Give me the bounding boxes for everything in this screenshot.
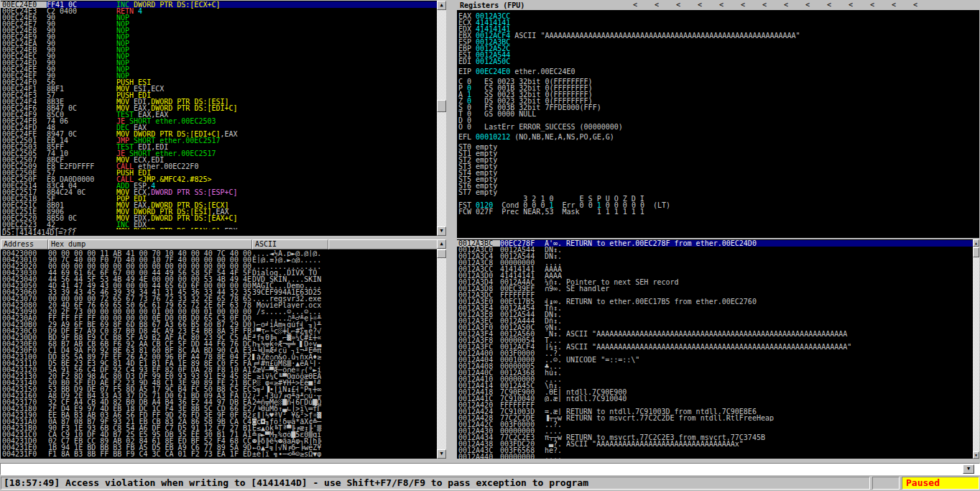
register-line[interactable]: ESI 0012A544 bbox=[458, 52, 979, 58]
hexdump-row[interactable]: 004231B090 F3 1E 93 6B C8 54 A6 DF C7 D5… bbox=[1, 425, 437, 431]
pane-mode-button[interactable]: < bbox=[849, 1, 870, 10]
stack-scrollbar[interactable]: ▲ ▼ bbox=[973, 239, 979, 459]
scrollbar-thumb[interactable] bbox=[973, 247, 979, 257]
disasm-row[interactable]: 00EC24F68B47 0CMOV EAX,DWORD PTR DS:[EDI… bbox=[1, 105, 437, 111]
pane-mode-button[interactable]: < bbox=[784, 1, 805, 10]
disasm-row[interactable]: 00EC250574 10JE SHORT ether.00EC2517 bbox=[1, 150, 437, 157]
disasm-row[interactable]: 00EC24E0FF41 0CINC DWORD PTR DS:[ECX+C] bbox=[1, 1, 437, 8]
pane-mode-button[interactable]: < bbox=[892, 1, 913, 10]
pane-mode-button[interactable]: < bbox=[676, 1, 698, 10]
pane-mode-button[interactable]: < bbox=[827, 1, 849, 10]
hexdump-row[interactable]: 0042314050 B0 5F ED AE F2 23 9D 48 C1 3E… bbox=[1, 380, 437, 386]
disasm-row[interactable]: 00EC24E990NOP bbox=[1, 34, 437, 40]
hexdump-row[interactable]: 004231D002 C7 EB CC 89 AB 02 84 61 8E ED… bbox=[1, 438, 437, 444]
disasm-row[interactable]: 00EC24E690NOP bbox=[1, 14, 437, 21]
register-line[interactable]: EFL 00010212 (NO,NB,NE,A,NS,PO,GE,G) bbox=[458, 134, 979, 140]
disasm-row[interactable]: 00EC25208B50 0CMOV EDX,DWORD PTR DS:[EAX… bbox=[1, 215, 437, 221]
register-line[interactable]: ST2 empty bbox=[458, 157, 979, 163]
pane-mode-button[interactable]: < bbox=[741, 1, 762, 10]
register-line[interactable]: EIP 00EC24E0 ether.00EC24E0 bbox=[458, 68, 979, 75]
hexdump-row[interactable]: 004231205A 91 56 C4 DF 92 C4 93 EF 82 0F… bbox=[1, 367, 437, 373]
hexdump-row[interactable]: 004230E068 B7 AB CB 6B F6 92 AA CB CF 5F… bbox=[1, 341, 437, 347]
register-line[interactable]: S 0 FS 003B 32bit 7FFDE000(FFF) bbox=[458, 104, 979, 111]
registers-pane[interactable]: Registers (FPU) <<<<<<<<<<<<<< EAX 0012A… bbox=[457, 1, 979, 238]
disasm-row[interactable]: 00EC25078BCFMOV ECX,EDI bbox=[1, 157, 437, 163]
register-line[interactable]: EDI 0012A50C bbox=[458, 58, 979, 65]
hexdump-row[interactable]: 004231C0CA C9 10 DF 4D B7 25 E5 95 DB 35… bbox=[1, 431, 437, 438]
register-line[interactable]: EAX 0012A3CC bbox=[458, 13, 979, 19]
command-input[interactable] bbox=[2, 464, 958, 474]
register-line[interactable]: O 0 LastErr ERROR_SUCCESS (00000000) bbox=[458, 124, 979, 130]
disassembly-scrollbar[interactable]: ▲ ▼ bbox=[437, 1, 446, 236]
register-line[interactable]: ST0 empty bbox=[458, 144, 979, 150]
disasm-row[interactable]: 00EC24FB74 06JE SHORT ether.00EC2503 bbox=[1, 118, 437, 124]
hexdump-row[interactable]: 004230504D 41 47 49 43 00 00 00 44 65 6D… bbox=[1, 283, 437, 289]
hexdump-row[interactable]: 0042317032 CF A4 CB 4D 82 B0 DB A4 B4 36… bbox=[1, 399, 437, 405]
scroll-down-icon[interactable]: ▼ bbox=[437, 226, 446, 236]
register-line[interactable]: ECX 41414141 bbox=[458, 19, 979, 26]
hexdump-row[interactable]: 0042313020 F2 8D 98 AC 80 D3 DF 99 E0 93… bbox=[1, 373, 437, 380]
hexdump-row[interactable]: 004231F0F1 8A B3 8B FF BB F9 C4 3C CA 01… bbox=[1, 451, 437, 457]
register-line[interactable]: EBP 0012A52C bbox=[458, 45, 979, 52]
disasm-row[interactable]: 00EC24F18BF1MOV ESI,ECX bbox=[1, 86, 437, 92]
register-line[interactable]: T 0 GS 0000 NULL bbox=[458, 111, 979, 117]
scrollbar-thumb[interactable] bbox=[437, 100, 446, 112]
hexdump-row[interactable]: 0042302000 00 00 00 00 00 00 00 00 00 00… bbox=[1, 263, 437, 270]
register-line[interactable]: EBX 0012ACF4 ASCII "AAAAAAAAAAAAAAAAAAAA… bbox=[458, 32, 979, 39]
hexdump-row[interactable]: 004230B029 A9 6F BE 69 8F 6D B8 67 A3 66… bbox=[1, 321, 437, 328]
scroll-up-icon[interactable]: ▲ bbox=[973, 239, 979, 247]
disasm-row[interactable]: 00EC24E890NOP bbox=[1, 27, 437, 34]
disasm-row[interactable]: 00EC250E57PUSH EDI bbox=[1, 170, 437, 176]
hexdump-row[interactable]: 004230F0C1 D4 9A F0 92 BE 63 81 60 BF 8C… bbox=[1, 347, 437, 354]
command-dropdown-button[interactable]: ▼ bbox=[963, 464, 974, 474]
disasm-row[interactable]: 00EC24ED90NOP bbox=[1, 60, 437, 66]
scroll-down-icon[interactable]: ▼ bbox=[437, 449, 446, 459]
hexdump-row[interactable]: 0042307000 00 00 00 72 65 67 73 76 72 33… bbox=[1, 295, 437, 302]
pane-mode-button[interactable]: < bbox=[870, 1, 892, 10]
disasm-row[interactable]: 00EC24EF90NOP bbox=[1, 73, 437, 79]
hexdump-row[interactable]: 004231A00A 87 08 B7 9F 93 21 EB CB 83 2A… bbox=[1, 418, 437, 425]
hexdump-row[interactable]: 0042306033 39 43 45 46 39 39 34 41 31 45… bbox=[1, 289, 437, 295]
pane-mode-button[interactable]: < bbox=[655, 1, 676, 10]
hexdump-scrollbar[interactable]: ▲ ▼ bbox=[437, 239, 446, 459]
hexdump-row[interactable]: 0042309020 2F 73 00 00 00 00 00 01 00 00… bbox=[1, 308, 437, 315]
disasm-row[interactable]: 00EC24E790NOP bbox=[1, 21, 437, 27]
scrollbar-thumb[interactable] bbox=[437, 249, 446, 258]
hexdump-row[interactable]: 0042303044 69 61 6C 6F 67 00 00 44 49 56… bbox=[1, 270, 437, 276]
register-line[interactable]: ST1 empty bbox=[458, 150, 979, 157]
scroll-up-icon[interactable]: ▲ bbox=[437, 239, 446, 249]
hexdump-row[interactable]: 0042300000 00 00 00 11 AB 41 00 70 10 40… bbox=[1, 250, 437, 257]
pane-mode-button[interactable]: < bbox=[719, 1, 741, 10]
register-line[interactable]: ESP 0012A3BC bbox=[458, 39, 979, 45]
disasm-row[interactable]: 00EC24EA90NOP bbox=[1, 40, 437, 47]
disasm-row[interactable]: 00EC2501EB 14JMP SHORT ether.00EC2517 bbox=[1, 137, 437, 144]
pane-mode-button[interactable]: < bbox=[762, 1, 784, 10]
hexdump-row[interactable]: 0042315053 BB D9 DE 07 F5 8D A5 17 9C B4… bbox=[1, 386, 437, 393]
disasm-row[interactable]: 00EC250FE8 DA0D0000CALL <JMP.&MFC42.#825… bbox=[1, 176, 437, 183]
register-line[interactable]: FCW 027F Prec NEAR,53 Mask 1 1 1 1 1 1 bbox=[458, 208, 979, 215]
register-line[interactable]: ST5 empty bbox=[458, 176, 979, 183]
register-line[interactable]: ST6 empty bbox=[458, 183, 979, 189]
hexdump-row[interactable]: 004230C0D9 DF E7 A9 C0 87 B0 D8 4C A9 23… bbox=[1, 328, 437, 334]
hexdump-row[interactable]: 0042301090 7C 40 00 F0 7D 40 00 10 7F 40… bbox=[1, 257, 437, 263]
hexdump-row[interactable]: 00423100DD 85 5A 89 7F EF 26 A2 00 96 BF… bbox=[1, 354, 437, 360]
pane-mode-button[interactable]: < bbox=[805, 1, 827, 10]
pane-mode-button[interactable]: < bbox=[633, 1, 655, 10]
pane-mode-button[interactable]: < bbox=[698, 1, 719, 10]
hexdump-row[interactable]: 00423190EE BA B3 AB 03 A6 56 FD FF 9D 26… bbox=[1, 412, 437, 418]
register-line[interactable]: ST4 empty bbox=[458, 170, 979, 176]
register-line[interactable]: ST3 empty bbox=[458, 163, 979, 170]
hexdump-row[interactable]: 004231802F D4 E9 97 4D EB 18 DC 1C F4 3E… bbox=[1, 405, 437, 412]
disasm-row[interactable]: 00EC24F056PUSH ESI bbox=[1, 79, 437, 86]
hexdump-row[interactable]: 004230A0FF FF FF FF 00 00 00 00 0E D0 0B… bbox=[1, 315, 437, 321]
hexdump-row[interactable]: 004230D0BD 9F B8 E9 CC B8 5F A9 B2 AF AC… bbox=[1, 334, 437, 341]
hexdump-row[interactable]: 0042308020 4D 6F 76 69 65 50 6C 61 79 65… bbox=[1, 302, 437, 308]
disasm-row[interactable]: 00EC25178B4C24 0CMOV ECX,DWORD PTR SS:[E… bbox=[1, 189, 437, 196]
disasm-row[interactable]: 00EC250385FFTEST EDI,EDI bbox=[1, 144, 437, 150]
hexdump-row[interactable]: 004231E01B 94 1E BD BB B3 FB A5 D5 EB A9… bbox=[1, 444, 437, 451]
disassembly-pane[interactable]: 00EC24E0FF41 0CINC DWORD PTR DS:[ECX+C]0… bbox=[1, 1, 446, 236]
stack-row[interactable]: 0012A44000000000.... bbox=[457, 454, 973, 459]
disasm-row[interactable]: 00EC24F985C0TEST EAX,EAX bbox=[1, 111, 437, 118]
scroll-down-icon[interactable]: ▼ bbox=[973, 451, 979, 459]
disasm-row[interactable]: 00EC24EB90NOP bbox=[1, 47, 437, 53]
